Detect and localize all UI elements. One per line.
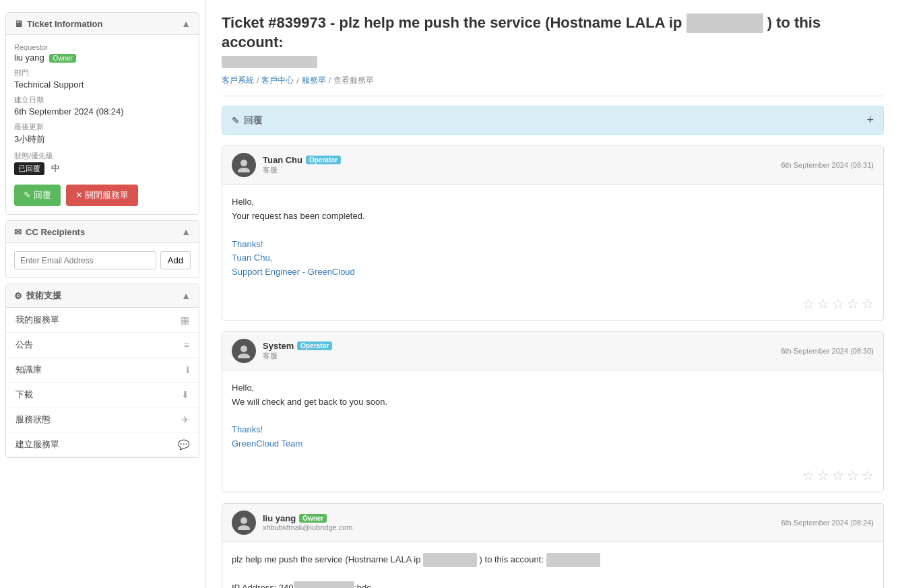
ticket-ip-blurred: [686, 13, 763, 33]
cc-email-input[interactable]: [14, 251, 156, 269]
sender-name-2: System Operator: [263, 341, 332, 351]
timestamp-1: 6th September 2024 (08:31): [781, 161, 874, 169]
cc-chevron-up-icon: ▲: [181, 226, 191, 237]
star-3[interactable]: ☆: [832, 296, 844, 312]
cc-header: ✉ CC Recipients ▲: [6, 221, 199, 243]
breadcrumb: 客戶系統 / 客戶中心 / 服務單 / 查看服務單: [222, 75, 884, 86]
reply-bar-plus-icon: +: [866, 113, 874, 127]
avatar-liu-yang: [232, 511, 256, 535]
sidebar: 🖥 Ticket Information ▲ Requestor liu yan…: [0, 0, 205, 588]
tech-support-icon: ⚙: [14, 291, 22, 301]
created-label: 建立日期: [14, 95, 191, 105]
timestamp-3: 6th September 2024 (08:24): [781, 519, 874, 527]
message-body-3: plz help me push the service (Hostname L…: [222, 542, 883, 588]
create-ticket-icon: 💬: [178, 439, 189, 450]
nav-item-announcements[interactable]: 公告 ≡: [6, 333, 199, 358]
ticket-email-line: [222, 56, 884, 68]
status-label: 狀態/優先級: [14, 151, 191, 161]
star-2[interactable]: ☆: [817, 296, 829, 312]
star-5[interactable]: ☆: [862, 296, 874, 312]
star-3-msg2[interactable]: ☆: [832, 467, 844, 484]
action-buttons: ✎ 回覆 ✕ 關閉服務單: [14, 185, 191, 206]
sender-role-2: 客服: [263, 351, 332, 361]
blurred-account-msg3: [546, 553, 600, 567]
my-tickets-icon: ▦: [181, 315, 189, 325]
cc-body: Add: [6, 243, 199, 277]
svg-point-2: [240, 346, 247, 352]
cc-label: CC Recipients: [26, 227, 85, 237]
sender-name-1: Tuan Chu Operator: [263, 155, 341, 165]
updated-label: 最後更新: [14, 122, 191, 132]
chevron-up-icon: ▲: [181, 18, 191, 29]
reply-bar-label: 回覆: [244, 115, 263, 127]
updated-value: 3小時前: [14, 133, 191, 145]
ticket-title: Ticket #839973 - plz help me push the se…: [222, 13, 884, 52]
rating-stars-2[interactable]: ☆ ☆ ☆ ☆ ☆: [222, 462, 883, 492]
downloads-icon: ⬇: [181, 389, 189, 400]
message-header-1: Tuan Chu Operator 客服 6th September 2024 …: [222, 146, 883, 185]
blurred-ip-msg3: [423, 553, 477, 567]
cc-input-row: Add: [14, 251, 191, 269]
star-1[interactable]: ☆: [802, 296, 814, 312]
nav-item-my-tickets[interactable]: 我的服務單 ▦: [6, 308, 199, 333]
divider: [222, 96, 884, 96]
tech-chevron-up-icon: ▲: [181, 290, 191, 301]
sender-email-3: xhbubkfmak@iubridge.com: [263, 523, 352, 531]
owner-badge: Owner: [49, 54, 75, 63]
pencil-icon: ✎: [232, 115, 240, 126]
close-ticket-button[interactable]: ✕ 關閉服務單: [66, 185, 139, 206]
svg-point-1: [238, 168, 250, 172]
tech-support-section: ⚙ 技術支援 ▲ 我的服務單 ▦ 公告 ≡ 知識庫 ℹ 下載 ⬇ 服: [5, 284, 199, 458]
star-4[interactable]: ☆: [847, 296, 859, 312]
nav-item-downloads[interactable]: 下載 ⬇: [6, 383, 199, 407]
cc-add-button[interactable]: Add: [160, 251, 191, 269]
rating-stars-1[interactable]: ☆ ☆ ☆ ☆ ☆: [222, 290, 883, 320]
star-4-msg2[interactable]: ☆: [847, 467, 859, 484]
requestor-label: Requestor: [14, 43, 191, 51]
ticket-info-label: Ticket Information: [27, 19, 102, 29]
status-badge: 已回覆: [14, 162, 44, 175]
operator-badge-2: Operator: [297, 341, 332, 350]
sender-name-3: liu yang Owner: [263, 513, 352, 523]
avatar-tuan-chu: [232, 153, 256, 177]
svg-point-4: [240, 517, 247, 524]
message-body-1: Hello, Your request has been completed. …: [222, 185, 883, 290]
avatar-system: [232, 339, 256, 363]
ticket-info-section: 🖥 Ticket Information ▲ Requestor liu yan…: [5, 12, 199, 215]
ticket-icon: 🖥: [14, 19, 23, 29]
message-header-3: liu yang Owner xhbubkfmak@iubridge.com 6…: [222, 504, 883, 542]
nav-item-knowledge-base[interactable]: 知識庫 ℹ: [6, 358, 199, 383]
message-body-2: Hello, We will check and get back to you…: [222, 370, 883, 462]
svg-point-3: [238, 354, 250, 358]
sender-role-1: 客服: [263, 165, 341, 175]
nav-item-create-ticket[interactable]: 建立服務單 💬: [6, 432, 199, 457]
dept-value: Technical Support: [14, 79, 191, 90]
star-2-msg2[interactable]: ☆: [817, 467, 829, 484]
star-1-msg2[interactable]: ☆: [802, 467, 814, 484]
status-value: 已回覆 中: [14, 162, 191, 175]
owner-badge-msg3: Owner: [299, 514, 327, 523]
message-header-2: System Operator 客服 6th September 2024 (0…: [222, 332, 883, 370]
main-content: Ticket #839973 - plz help me push the se…: [205, 0, 900, 588]
dept-label: 部門: [14, 68, 191, 78]
svg-point-5: [238, 525, 250, 530]
reply-button[interactable]: ✎ 回覆: [14, 185, 61, 206]
cc-recipients-section: ✉ CC Recipients ▲ Add: [5, 220, 199, 278]
requestor-name: liu yang Owner: [14, 53, 191, 63]
tech-support-header: ⚙ 技術支援 ▲: [6, 284, 199, 308]
star-5-msg2[interactable]: ☆: [862, 467, 874, 484]
message-card-1: Tuan Chu Operator 客服 6th September 2024 …: [222, 145, 884, 321]
tech-support-label: 技術支援: [26, 290, 61, 302]
svg-point-0: [240, 160, 247, 166]
cc-icon: ✉: [14, 227, 22, 237]
nav-item-service-status[interactable]: 服務狀態 ✈: [6, 407, 199, 432]
reply-bar[interactable]: ✎ 回覆 +: [222, 106, 884, 135]
ticket-info-body: Requestor liu yang Owner 部門 Technical Su…: [6, 35, 199, 214]
message-card-3: liu yang Owner xhbubkfmak@iubridge.com 6…: [222, 503, 884, 588]
ticket-info-header: 🖥 Ticket Information ▲: [6, 13, 199, 35]
service-status-icon: ✈: [181, 414, 189, 425]
announcements-icon: ≡: [184, 339, 189, 350]
timestamp-2: 6th September 2024 (08:30): [781, 347, 874, 355]
tech-nav-list: 我的服務單 ▦ 公告 ≡ 知識庫 ℹ 下載 ⬇ 服務狀態 ✈ 建立服務單 💬: [6, 308, 199, 457]
ticket-email-blurred: [222, 56, 317, 68]
